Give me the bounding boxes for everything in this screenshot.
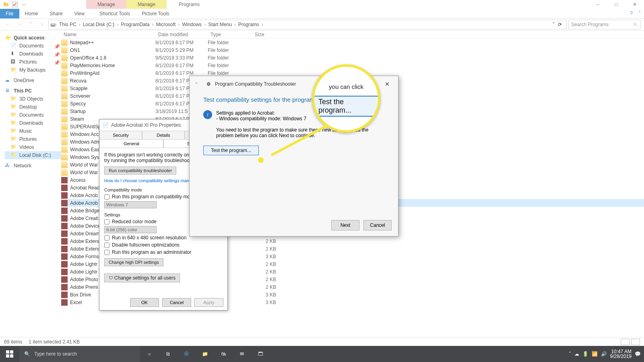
breadcrumb-seg[interactable]: Local Disk (C:) [80,22,117,27]
sidebar-item[interactable]: 📁Videos [5,143,61,151]
svg-rect-0 [4,3,8,6]
svg-rect-8 [10,354,13,358]
tab-home[interactable]: Home [19,9,44,19]
breadcrumb[interactable]: 🖴› This PC› Local Disk (C:)› ProgramData… [48,20,567,29]
sidebar-network[interactable]: 🖧Network [5,162,61,170]
sidebar-onedrive[interactable]: ☁OneDrive [5,76,61,84]
app-icon[interactable]: 🗔 [251,346,270,362]
next-button[interactable]: Next [331,220,359,230]
sidebar-item[interactable]: 📁Pictures [5,135,61,143]
compat-mode-select: Windows 7 [104,201,157,208]
folder-icon[interactable] [2,1,10,8]
dpi-settings-button[interactable]: Change high DPI settings [104,258,163,266]
cortana-icon[interactable]: ○ [140,346,159,362]
sidebar-item[interactable]: 🖼Pictures📌 [5,58,61,66]
tab-general[interactable]: General [99,140,163,148]
mail-icon[interactable]: ✉ [233,346,251,362]
taskview-icon[interactable]: ⧉ [159,346,177,362]
ok-button[interactable]: OK [130,298,159,307]
tab-share[interactable]: Share [44,9,68,19]
nav-up[interactable]: ↑ [37,20,47,29]
nav-forward[interactable]: → [14,20,24,29]
col-type[interactable]: Type [208,31,252,38]
folder-icon [61,162,68,168]
wifi-icon[interactable]: 📶 [592,351,598,357]
sidebar-item[interactable]: ⬇Downloads📌 [5,50,61,58]
table-row[interactable]: Notepad++8/1/2019 6:17 PMFile folder [61,39,644,46]
volume-icon[interactable]: 🔊 [601,351,607,357]
close-button[interactable]: ✕ [625,0,644,9]
sidebar-item[interactable]: 📁Desktop [5,103,61,111]
back-button[interactable]: ← [194,80,202,88]
start-button[interactable] [0,346,19,362]
column-headers[interactable]: Name Date modified Type Size [61,31,644,39]
close-button[interactable]: ✕ [381,81,393,87]
breadcrumb-seg[interactable]: This PC [57,22,79,27]
table-row[interactable]: OpenOffice 4.1.69/5/2019 3:33 PMFile fol… [61,54,644,62]
folder-icon: 📁 [10,120,17,126]
cancel-button[interactable]: Cancel [363,220,392,230]
tab-security[interactable]: Security [99,131,142,139]
breadcrumb-seg[interactable]: Microsoft [154,22,178,27]
sidebar-item[interactable]: 📁My Backups [5,66,61,74]
maximize-button[interactable]: □ [607,0,625,9]
context-tab-picture: Manage [126,0,167,9]
all-users-button[interactable]: 🛡 Change settings for all users [104,274,180,282]
notifications-icon[interactable]: 💬 [635,351,641,357]
disable-fullscreen-checkbox[interactable]: Disable fullscreen optimizations [104,242,223,248]
col-date[interactable]: Date modified [156,31,208,38]
manual-settings-link[interactable]: How do I choose compatibility settings m… [104,178,198,183]
checkbox-icon[interactable] [11,1,19,8]
cancel-button[interactable]: Cancel [162,298,191,307]
breadcrumb-seg[interactable]: Programs [236,22,262,27]
refresh-icon[interactable]: ⟳ [555,22,565,27]
tab-shortcut-tools[interactable]: Shortcut Tools [94,9,136,19]
sidebar-item[interactable]: 📁Music [5,127,61,135]
run-troubleshooter-button[interactable]: Run compatibility troubleshooter [104,167,176,175]
folder-icon [61,131,68,138]
battery-icon[interactable]: 🔋 [582,351,588,357]
status-bar: 69 items 1 item selected 2.41 KB [0,337,644,346]
minimize-button[interactable]: – [588,0,607,9]
store-icon[interactable]: 🛍 [214,346,233,362]
breadcrumb-seg[interactable]: ProgramData [118,22,152,27]
sidebar-item[interactable]: 📄Documents📌 [5,42,61,50]
run-admin-checkbox[interactable]: Run this program as an administrator [104,249,223,255]
sidebar-item[interactable]: 📁Local Disk (C:) [5,151,61,159]
help-icon[interactable]: ? [630,10,633,16]
apply-button[interactable]: Apply [194,298,223,307]
view-details-button[interactable] [621,339,630,345]
sidebar-item[interactable]: 📁3D Objects [5,95,61,103]
caret-down-icon[interactable] [20,1,27,8]
sidebar-item[interactable]: 📁Downloads [5,119,61,127]
col-size[interactable]: Size [252,31,285,38]
table-row[interactable]: ON18/1/2019 5:29 PMFile folder [61,46,644,54]
breadcrumb-seg[interactable]: Start Menu [206,22,234,27]
test-program-button[interactable]: Test the program... [203,146,259,155]
explorer-icon[interactable]: 📁 [196,346,214,362]
search-input[interactable]: Search Programs [568,20,641,29]
tab-details[interactable]: Details [142,131,185,139]
wizard-title: Program Compatibility Troubleshooter [215,81,296,87]
search-icon [633,22,638,27]
taskbar-search[interactable]: 🔍Type here to search [19,346,140,362]
nav-back[interactable]: ← [3,20,13,29]
tab-picture-tools[interactable]: Picture Tools [136,9,175,19]
edge-icon[interactable]: ⓔ [177,346,196,362]
sidebar-thispc[interactable]: 🖥This PC [5,87,61,95]
view-large-button[interactable] [631,339,640,345]
ribbon-collapse-icon[interactable]: ˅ [638,10,641,16]
tab-file[interactable]: File [0,9,19,19]
col-name[interactable]: Name [61,31,156,38]
sidebar-item[interactable]: 📁Documents [5,111,61,119]
tab-view[interactable]: View [68,9,91,19]
onedrive-tray-icon[interactable]: ☁ [574,351,579,357]
folder-icon [61,123,68,130]
tray-expand-icon[interactable]: ˄ [569,351,571,357]
folder-icon [61,85,68,92]
nav-recent[interactable]: ˅ [26,20,35,29]
clock[interactable]: 10:47 AM9/28/2019 [610,349,632,359]
breadcrumb-seg[interactable]: Windows [180,22,204,27]
sidebar-quick-access[interactable]: ⭐Quick access [5,34,61,42]
shortcut-icon [61,253,68,260]
